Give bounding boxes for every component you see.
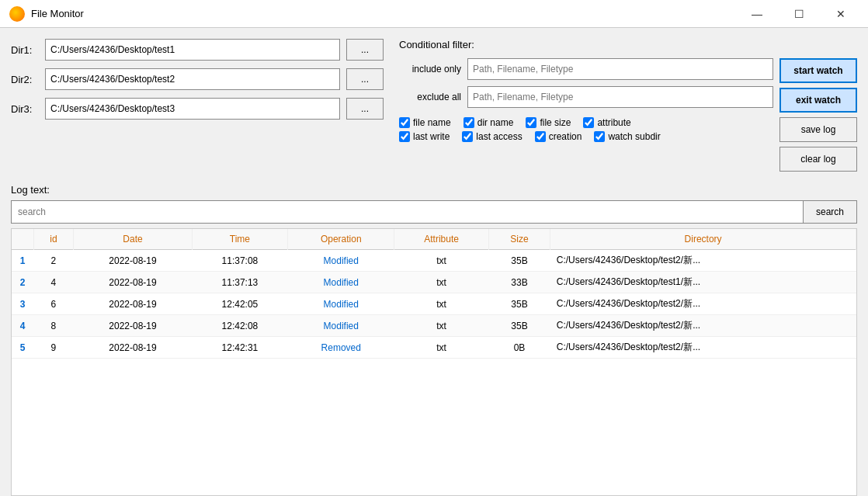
start-watch-button[interactable]: start watch (779, 58, 857, 83)
checkbox-item-file-size[interactable]: file size (526, 117, 571, 128)
table-row: 1 2 2022-08-19 11:37:08 Modified txt 35B… (12, 250, 856, 272)
include-label: include only (399, 64, 461, 75)
cell-attribute: txt (394, 315, 488, 337)
col-header-directory: Directory (550, 229, 856, 250)
checkbox-attribute-label: attribute (597, 117, 630, 128)
dir1-row: Dir1: ... (11, 39, 384, 61)
checkbox-item-attribute[interactable]: attribute (583, 117, 630, 128)
search-button[interactable]: search (803, 200, 857, 224)
cell-operation: Modified (288, 250, 394, 272)
checkbox-file-name[interactable] (399, 117, 410, 128)
dir3-label: Dir3: (11, 103, 39, 115)
checkbox-watch-subdir[interactable] (594, 131, 605, 142)
table-container[interactable]: id Date Time Operation Attribute Size Di… (11, 228, 857, 496)
include-input[interactable] (467, 58, 773, 80)
cell-size: 0B (488, 337, 550, 359)
action-buttons: start watch exit watch save log clear lo… (779, 58, 857, 172)
checkbox-item-creation[interactable]: creation (535, 131, 582, 142)
cell-directory: C:/Users/42436/Desktop/test1/新... (550, 272, 856, 293)
checkbox-creation[interactable] (535, 131, 546, 142)
col-header-blank (12, 229, 33, 250)
checkbox-last-access[interactable] (462, 131, 473, 142)
include-filter-row: include only (399, 58, 773, 80)
dir2-row: Dir2: ... (11, 68, 384, 90)
table-row: 5 9 2022-08-19 12:42:31 Removed txt 0B C… (12, 337, 856, 359)
checkbox-item-watch-subdir[interactable]: watch subdir (594, 131, 660, 142)
table-header-row: id Date Time Operation Attribute Size Di… (12, 229, 856, 250)
cell-id: 8 (33, 315, 74, 337)
cell-date: 2022-08-19 (74, 293, 192, 315)
checkbox-dir-name-label: dir name (477, 117, 514, 128)
col-header-attribute: Attribute (394, 229, 488, 250)
cell-date: 2022-08-19 (74, 272, 192, 293)
checkboxes-section: file name dir name file size (399, 117, 773, 142)
checkbox-item-last-write[interactable]: last write (399, 131, 450, 142)
dir1-input[interactable] (45, 39, 340, 61)
window-title: File Monitor (31, 8, 739, 19)
dir3-browse-button[interactable]: ... (346, 98, 384, 120)
dir3-row: Dir3: ... (11, 98, 384, 120)
exit-watch-button[interactable]: exit watch (779, 88, 857, 113)
dir1-label: Dir1: (11, 44, 39, 56)
close-button[interactable]: ✕ (823, 3, 859, 25)
cell-size: 35B (488, 315, 550, 337)
table-row: 4 8 2022-08-19 12:42:08 Modified txt 35B… (12, 315, 856, 337)
cell-time: 11:37:13 (192, 272, 287, 293)
cell-row-num: 3 (12, 293, 33, 315)
exclude-input[interactable] (467, 86, 773, 108)
cell-directory: C:/Users/42436/Desktop/test2/新... (550, 250, 856, 272)
checkbox-attribute[interactable] (583, 117, 594, 128)
log-label: Log text: (11, 184, 857, 196)
cell-directory: C:/Users/42436/Desktop/test2/新... (550, 315, 856, 337)
cell-size: 35B (488, 293, 550, 315)
cell-date: 2022-08-19 (74, 337, 192, 359)
checkbox-file-size[interactable] (526, 117, 536, 128)
window-controls: — ☐ ✕ (739, 3, 859, 25)
search-input[interactable] (11, 200, 803, 224)
title-bar: File Monitor — ☐ ✕ (0, 0, 868, 28)
checkbox-item-file-name[interactable]: file name (399, 117, 451, 128)
cell-id: 2 (33, 250, 74, 272)
checkbox-dir-name[interactable] (464, 117, 474, 128)
save-log-button[interactable]: save log (779, 117, 857, 142)
cell-row-num: 1 (12, 250, 33, 272)
cell-time: 12:42:05 (192, 293, 287, 315)
checkbox-last-access-label: last access (476, 131, 522, 142)
cell-attribute: txt (394, 293, 488, 315)
filter-and-btns: include only exclude all file name (399, 58, 857, 172)
cell-size: 33B (488, 272, 550, 293)
conditional-filter-label: Conditional filter: (399, 39, 857, 50)
clear-log-button[interactable]: clear log (779, 147, 857, 172)
app-icon (9, 6, 25, 22)
maximize-button[interactable]: ☐ (781, 3, 817, 25)
cell-row-num: 4 (12, 315, 33, 337)
dir1-browse-button[interactable]: ... (346, 39, 384, 61)
cell-id: 9 (33, 337, 74, 359)
cell-row-num: 5 (12, 337, 33, 359)
cell-time: 12:42:31 (192, 337, 287, 359)
cell-directory: C:/Users/42436/Desktop/test2/新... (550, 337, 856, 359)
dir2-browse-button[interactable]: ... (346, 68, 384, 90)
dir2-input[interactable] (45, 68, 340, 90)
cell-operation: Modified (288, 293, 394, 315)
search-row: search (11, 200, 857, 224)
checkbox-item-last-access[interactable]: last access (462, 131, 522, 142)
checkbox-file-name-label: file name (413, 117, 451, 128)
checkbox-row-2: last write last access creation (399, 131, 773, 142)
log-section: Log text: search id Date Time Operation … (11, 184, 857, 496)
minimize-button[interactable]: — (739, 3, 775, 25)
cell-date: 2022-08-19 (74, 315, 192, 337)
table-row: 2 4 2022-08-19 11:37:13 Modified txt 33B… (12, 272, 856, 293)
checkbox-watch-subdir-label: watch subdir (608, 131, 660, 142)
checkbox-last-write[interactable] (399, 131, 410, 142)
cell-directory: C:/Users/42436/Desktop/test2/新... (550, 293, 856, 315)
checkbox-last-write-label: last write (413, 131, 450, 142)
cell-operation: Modified (288, 315, 394, 337)
cell-id: 6 (33, 293, 74, 315)
checkbox-item-dir-name[interactable]: dir name (464, 117, 514, 128)
dir3-input[interactable] (45, 98, 340, 120)
cell-attribute: txt (394, 250, 488, 272)
top-section: Dir1: ... Dir2: ... Dir3: ... Conditiona… (11, 39, 857, 172)
main-content: Dir1: ... Dir2: ... Dir3: ... Conditiona… (0, 28, 868, 496)
cell-size: 35B (488, 250, 550, 272)
